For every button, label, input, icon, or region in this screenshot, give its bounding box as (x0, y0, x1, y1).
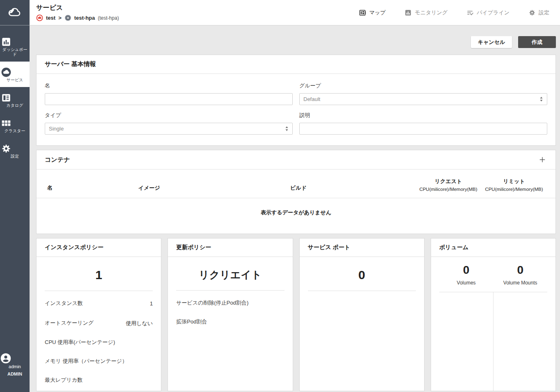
update-policy-card: 更新ポリシー リクリエイト サービスの削除(停止Pod割合) 拡張Pod割合 (168, 238, 293, 391)
dashboard-icon (1, 37, 29, 47)
action-bar: キャンセル 作成 (36, 36, 556, 48)
nav-pipeline[interactable]: パイプライン (466, 9, 510, 16)
nav-monitoring[interactable]: モニタリング (404, 9, 448, 16)
app-logo[interactable] (0, 0, 30, 25)
card-title: インスタンスポリシー (37, 238, 161, 257)
description-field-group: 説明 (299, 112, 547, 135)
sidebar-item-dashboard[interactable]: ダッシュボード (0, 31, 30, 62)
containers-empty-state: 表示するデータがありません (37, 198, 555, 234)
cluster-grid-icon (1, 118, 29, 128)
basic-info-title: サーバー 基本情報 (45, 60, 96, 68)
containers-panel: コンテナ 名 イメージ ビルド リクエスト CPU(milicore)/Memo… (36, 150, 556, 234)
volumes-label: Volumes (439, 280, 493, 286)
user-name: admin (0, 364, 30, 369)
col-image: イメージ (138, 184, 290, 193)
nav-label: 設定 (539, 9, 549, 16)
select-stepper-icon (285, 126, 289, 132)
update-policy-rows: サービスの削除(停止Pod割合) 拡張Pod割合 (168, 291, 292, 331)
sidebar-item-label: クラスター (1, 128, 29, 133)
policy-row: オートスケーリング 使用しない (45, 314, 153, 333)
policy-row: サービスの削除(停止Pod割合) (176, 293, 284, 312)
breadcrumb-separator: > (58, 15, 62, 21)
col-limit: リミット CPU(milicore)/Memory(MB) (483, 178, 545, 193)
breadcrumb-project[interactable]: test (46, 15, 55, 21)
breadcrumb: test > test-hpa (test-hpa) (36, 14, 119, 21)
sidebar: ダッシュボード サービス カタログ (0, 0, 30, 392)
breadcrumb-service[interactable]: test-hpa (74, 15, 95, 21)
volumes-count: 0 (439, 264, 493, 277)
cancel-button[interactable]: キャンセル (471, 36, 512, 48)
service-port-card: サービス ポート 0 (299, 238, 425, 391)
policy-row: メモリ 使用率（パーセンテージ） (45, 352, 153, 371)
sidebar-item-label: カタログ (1, 103, 29, 108)
main-area: サービス test > (30, 0, 560, 392)
create-button[interactable]: 作成 (518, 36, 556, 48)
basic-info-panel: サーバー 基本情報 名 グループ Default (36, 55, 556, 146)
map-icon (359, 9, 366, 16)
volume-empty-columns (431, 292, 555, 391)
volume-stats: 0 Volumes 0 Volume Mounts (439, 257, 547, 292)
service-port-count: 0 (300, 257, 424, 291)
instance-policy-card: インスタンスポリシー 1 インスタンス数 1 オートスケーリング 使用しない C… (36, 238, 161, 391)
containers-header: コンテナ (37, 150, 555, 170)
instance-count-value: 1 (37, 257, 161, 291)
group-field-group: グループ Default (299, 82, 547, 105)
basic-info-form: 名 グループ Default タイプ Single (37, 74, 555, 145)
containers-table-header: 名 イメージ ビルド リクエスト CPU(milicore)/Memory(MB… (37, 170, 555, 198)
group-label: グループ (299, 82, 547, 89)
group-select-value: Default (303, 96, 320, 102)
user-role: ADMIN (0, 371, 30, 376)
card-title: 更新ポリシー (168, 238, 292, 257)
topbar: サービス test > (30, 0, 560, 25)
add-container-button[interactable] (538, 156, 546, 164)
policy-row: インスタンス数 1 (45, 294, 153, 314)
volume-mounts-stat: 0 Volume Mounts (493, 257, 547, 292)
volumes-empty-column (431, 292, 493, 391)
description-input[interactable] (299, 123, 547, 135)
basic-info-header: サーバー 基本情報 (37, 55, 555, 74)
containers-title: コンテナ (45, 156, 70, 164)
sidebar-item-catalog[interactable]: カタログ (0, 87, 30, 112)
type-select-value: Single (49, 126, 64, 132)
instance-policy-rows: インスタンス数 1 オートスケーリング 使用しない CPU 使用率(パーセンテー… (37, 291, 161, 390)
type-select[interactable]: Single (45, 123, 293, 135)
policy-row: CPU 使用率(パーセンテージ) (45, 333, 153, 352)
policy-cards: インスタンスポリシー 1 インスタンス数 1 オートスケーリング 使用しない C… (36, 238, 556, 391)
nav-settings[interactable]: 設定 (528, 9, 549, 16)
card-title: サービス ポート (300, 238, 424, 257)
volume-mounts-empty-column (493, 292, 555, 391)
nav-map[interactable]: マップ (359, 9, 386, 16)
type-label: タイプ (45, 112, 293, 119)
page-title: サービス (36, 4, 119, 12)
col-request: リクエスト CPU(milicore)/Memory(MB) (413, 178, 483, 193)
card-title: ボリューム (431, 238, 555, 257)
select-stepper-icon (539, 96, 543, 102)
name-field-group: 名 (45, 82, 293, 105)
name-input[interactable] (45, 93, 293, 105)
col-name: 名 (47, 184, 138, 193)
group-select[interactable]: Default (299, 93, 547, 105)
monitoring-icon (404, 9, 412, 16)
sidebar-user[interactable]: admin ADMIN (0, 353, 30, 392)
service-badge-icon (64, 14, 71, 21)
cloud-icon (1, 67, 29, 78)
sidebar-nav: ダッシュボード サービス カタログ (0, 25, 30, 163)
pipeline-icon (466, 9, 474, 16)
breadcrumb-service-suffix: (test-hpa) (98, 15, 119, 21)
divider (308, 291, 416, 291)
volumes-stat: 0 Volumes (439, 257, 493, 292)
project-cloud-icon (36, 14, 43, 21)
nav-label: モニタリング (415, 9, 448, 16)
volume-mounts-count: 0 (493, 264, 547, 277)
gear-icon (528, 9, 536, 16)
policy-row: 最大レプリカ数 (45, 371, 153, 390)
col-build: ビルド (290, 184, 413, 193)
sidebar-item-clusters[interactable]: クラスター (0, 112, 30, 138)
top-nav: マップ モニタリング (359, 9, 549, 16)
sidebar-item-label: サービス (1, 78, 29, 83)
type-field-group: タイプ Single (45, 112, 293, 135)
sidebar-item-label: ダッシュボード (1, 47, 29, 57)
sidebar-item-settings[interactable]: 設定 (0, 138, 30, 163)
sidebar-item-services[interactable]: サービス (0, 62, 30, 87)
sidebar-item-label: 設定 (1, 154, 29, 159)
